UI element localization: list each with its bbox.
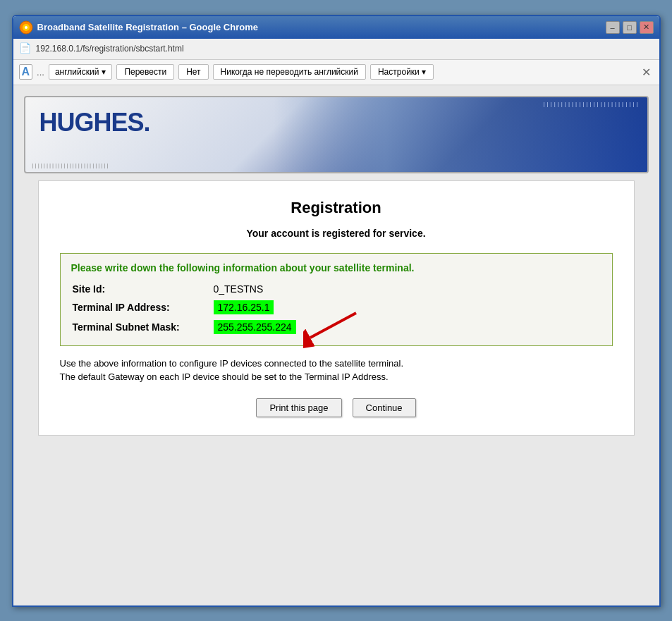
- site-id-label: Site Id:: [71, 281, 212, 297]
- banner-dots-bottom: |||||||||||||||||||||||||||: [32, 162, 110, 168]
- subnet-mask-label: Terminal Subnet Mask:: [71, 317, 212, 337]
- chevron-down-icon: ▾: [102, 67, 106, 77]
- table-row: Site Id: 0_TESTNS: [71, 281, 601, 297]
- description-text: Use the above information to configure I…: [60, 357, 613, 384]
- registration-content: Registration Your account is registered …: [38, 180, 635, 436]
- ip-address-label: Terminal IP Address:: [71, 297, 212, 317]
- table-row: Terminal Subnet Mask: 255.255.255.224: [71, 317, 601, 337]
- ip-highlight-wrapper: 172.16.25.1: [214, 300, 274, 314]
- print-button[interactable]: Print this page: [256, 398, 341, 417]
- hughes-banner: HUGHES. ||||||||||||||||||||||||||| ||||…: [24, 96, 649, 173]
- svg-point-2: [25, 26, 28, 29]
- page-title: Registration: [60, 199, 613, 217]
- never-translate-button[interactable]: Никогда не переводить английский: [213, 64, 366, 80]
- subnet-mask-value: 255.255.255.224: [212, 317, 601, 337]
- window-controls: – □ ✕: [606, 21, 654, 34]
- page-subtitle: Your account is registered for service.: [60, 228, 613, 239]
- button-row: Print this page Continue: [60, 398, 613, 417]
- browser-window: Broadband Satellite Registration – Googl…: [12, 15, 661, 607]
- svg-line-4: [310, 313, 356, 338]
- title-bar: Broadband Satellite Registration – Googl…: [13, 16, 659, 39]
- translation-bar-close[interactable]: ✕: [639, 66, 654, 79]
- language-dropdown[interactable]: английский ▾: [49, 64, 112, 80]
- browser-icon: [19, 20, 33, 35]
- window-title: Broadband Satellite Registration – Googl…: [37, 22, 606, 32]
- content-area: HUGHES. ||||||||||||||||||||||||||| ||||…: [13, 85, 659, 605]
- site-id-value: 0_TESTNS: [212, 281, 601, 297]
- minimize-button[interactable]: –: [606, 21, 620, 34]
- continue-button[interactable]: Continue: [353, 398, 416, 417]
- ip-address-highlighted: 172.16.25.1: [214, 300, 274, 314]
- close-button[interactable]: ✕: [640, 21, 654, 34]
- info-table: Site Id: 0_TESTNS Terminal IP Address: 1…: [71, 281, 601, 337]
- address-bar: 📄 192.168.0.1/fs/registration/sbcstart.h…: [13, 39, 659, 60]
- page-icon: 📄: [19, 42, 32, 55]
- translate-icon: A: [19, 64, 33, 80]
- subnet-mask-highlighted: 255.255.255.224: [214, 320, 296, 334]
- address-text[interactable]: 192.168.0.1/fs/registration/sbcstart.htm…: [36, 44, 184, 54]
- no-translate-button[interactable]: Нет: [178, 64, 208, 80]
- translation-bar: A ... английский ▾ Перевести Нет Никогда…: [13, 60, 659, 85]
- translate-button[interactable]: Перевести: [116, 64, 174, 80]
- settings-button[interactable]: Настройки ▾: [370, 64, 434, 80]
- hughes-logo: HUGHES.: [39, 108, 150, 137]
- chevron-down-icon: ▾: [422, 67, 426, 77]
- maximize-button[interactable]: □: [623, 21, 637, 34]
- banner-dots-top: |||||||||||||||||||||||||||: [543, 101, 640, 107]
- info-box: Please write down the following informat…: [60, 253, 613, 346]
- page-wrapper: HUGHES. ||||||||||||||||||||||||||| ||||…: [13, 85, 659, 605]
- info-header: Please write down the following informat…: [71, 262, 601, 273]
- table-row: Terminal IP Address: 172.16.25.1: [71, 297, 601, 317]
- translate-dots: ...: [37, 67, 44, 78]
- banner-clouds: [274, 97, 647, 172]
- ip-address-value: 172.16.25.1: [212, 297, 601, 317]
